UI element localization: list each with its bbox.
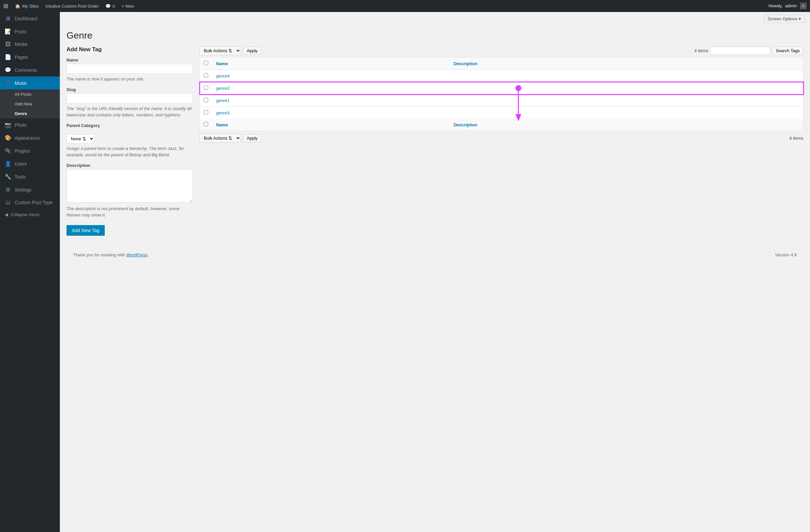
collapse-label: Collapse menu [11,212,39,217]
description-textarea[interactable] [66,169,193,203]
description-sort-link[interactable]: Description [454,61,477,66]
users-icon: 👤 [5,161,11,167]
sidebar-item-plugins[interactable]: 🔌 Plugins [0,144,60,157]
dashboard-icon: ⊞ [5,15,11,21]
parent-description: Assign a parent term to create a hierarc… [66,145,193,158]
sidebar-item-posts[interactable]: 📝 Posts [0,25,60,38]
checkbox-genre3[interactable] [204,110,208,114]
items-count-top: 4 items [694,48,708,53]
sidebar-item-comments[interactable]: 💬 Comments [0,64,60,77]
items-count-bottom: 4 items [789,136,803,141]
footer-thank-you: Thank you for creating with [73,252,125,257]
collapse-menu-item[interactable]: ◀ Collapse menu [0,209,60,221]
my-sites-bar[interactable]: 🏠 My Sites [15,4,39,9]
wordpress-link[interactable]: WordPress [126,252,148,257]
music-icon: 🎵 [5,80,11,86]
comments-bar[interactable]: 💬 0 [106,4,115,9]
row-checkbox-genre3 [200,107,212,119]
search-tags-button[interactable]: Search Tags [772,47,803,55]
new-label: + New [122,4,134,9]
screen-options-button[interactable]: Screen Options ▾ [764,15,805,23]
sidebar-item-media[interactable]: 🖼 Media [0,38,60,50]
media-icon: 🖼 [5,41,11,47]
description-note: The description is not prominent by defa… [66,206,193,219]
submenu-add-new[interactable]: Add New [0,99,60,109]
form-title: Add New Tag [66,46,193,53]
comments-icon: 💬 [5,67,11,73]
drag-arrow-svg [514,85,523,125]
add-new-tag-form: Add New Tag Name The name is how it appe… [66,46,193,236]
row-desc-genre4 [450,70,803,82]
submenu-genre[interactable]: Genre [0,109,60,118]
tags-table-area: Bulk Actions ⇅ Apply 4 items Search Tags [199,46,803,145]
sidebar-item-photo[interactable]: 📷 Photo [0,118,60,131]
table-row: genre3 [200,107,803,119]
footer-version: Version 4.8 [775,252,797,257]
checkbox-genre1[interactable] [204,98,208,102]
checkbox-genre2[interactable] [204,85,208,90]
add-new-tag-button[interactable]: Add New Tag [66,225,105,236]
description-field: Description The description is not promi… [66,163,193,219]
apply-button-top[interactable]: Apply [243,47,261,55]
admin-username[interactable]: admin [785,3,797,8]
name-label: Name [66,58,193,63]
content-area: Add New Tag Name The name is how it appe… [66,46,803,236]
row-desc-genre3 [450,107,803,119]
description-sort-link-bottom[interactable]: Description [454,122,477,127]
sidebar-item-users[interactable]: 👤 Users [0,157,60,170]
genre1-link[interactable]: genre1 [216,98,229,103]
checkbox-genre4[interactable] [204,73,208,78]
search-input[interactable] [710,47,770,55]
svg-point-0 [515,85,521,91]
genre4-link[interactable]: genre4 [216,74,229,79]
sidebar-item-music[interactable]: 🎵 Music [0,77,60,90]
sidebar-item-label: Tools [15,174,26,180]
select-all-checkbox-bottom[interactable] [204,122,208,126]
posts-icon: 📝 [5,28,11,35]
name-sort-link-bottom[interactable]: Name [216,122,228,127]
tools-icon: 🔧 [5,174,11,180]
sidebar-item-settings[interactable]: ⚙ Settings [0,183,60,196]
sidebar-item-custom-post-type[interactable]: 🗂 Custom Post Type [0,196,60,209]
sidebar-item-label: Photo [15,122,27,128]
sidebar-item-appearance[interactable]: 🎨 Appearance [0,131,60,144]
sidebar-item-pages[interactable]: 📄 Pages [0,50,60,64]
table-footer-row: Name Description [200,119,803,131]
footer-check-col [200,119,212,131]
name-input[interactable] [66,64,193,74]
sidebar-item-label: Users [15,161,27,166]
sidebar-item-label: Plugins [15,148,30,154]
slug-input[interactable] [66,94,193,103]
sidebar-item-label: Appearance [15,135,40,141]
submenu-all-posts[interactable]: All Posts [0,90,60,99]
row-desc-genre2 [450,82,803,94]
name-description: The name is how it appears on your site. [66,76,193,82]
genre2-link[interactable]: genre2 [216,86,229,91]
sidebar-item-label: Custom Post Type [15,200,52,205]
name-sort-link[interactable]: Name [216,61,228,66]
site-name-label: Intuitive Custom Post Order [46,4,99,9]
sidebar-item-dashboard[interactable]: ⊞ Dashboard [0,12,60,25]
sidebar: ⊞ Dashboard 📝 Posts 🖼 Media 📄 Pages 💬 Co… [0,12,60,532]
select-all-checkbox-top[interactable] [204,61,208,65]
plugins-icon: 🔌 [5,148,11,154]
sidebar-item-label: Comments [15,67,37,73]
new-bar[interactable]: + New [122,4,134,9]
row-name-genre4: genre4 [212,70,450,82]
genre3-link[interactable]: genre3 [216,110,229,115]
site-name-bar[interactable]: Intuitive Custom Post Order [46,4,99,9]
sidebar-item-tools[interactable]: 🔧 Tools [0,170,60,183]
header-description: Description [450,58,803,70]
footer-period: . [149,252,150,257]
apply-button-bottom[interactable]: Apply [243,134,261,142]
pages-icon: 📄 [5,54,11,60]
svg-marker-2 [515,114,521,122]
row-checkbox-genre4 [200,70,212,82]
page-title: Genre [66,30,803,41]
bulk-actions-select-bottom[interactable]: Bulk Actions ⇅ [199,134,241,143]
row-name-genre3: genre3 [212,107,450,119]
bulk-actions-select-top[interactable]: Bulk Actions ⇅ [199,46,241,55]
parent-select[interactable]: None ⇅ [66,134,94,143]
howdy-label: Howdy, [768,3,782,8]
wp-logo-bar[interactable]: ⊞ [3,2,8,10]
